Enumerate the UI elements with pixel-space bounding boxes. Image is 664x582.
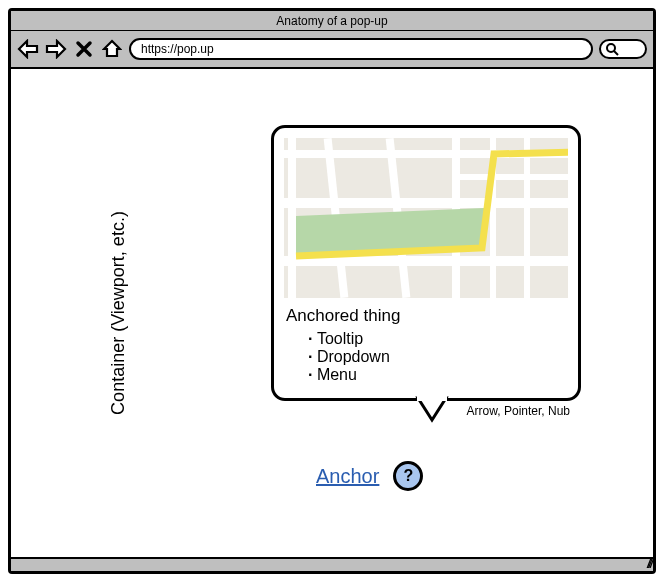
- svg-marker-14: [418, 398, 446, 420]
- map-illustration: [284, 138, 568, 298]
- url-input[interactable]: https://pop.up: [129, 38, 593, 60]
- svg-rect-11: [524, 138, 530, 298]
- popup-nub: [414, 396, 450, 422]
- back-icon[interactable]: [17, 38, 39, 60]
- svg-rect-6: [288, 138, 296, 298]
- help-glyph: ?: [403, 467, 413, 485]
- help-icon[interactable]: ?: [393, 461, 423, 491]
- window-title: Anatomy of a pop-up: [11, 11, 653, 31]
- svg-line-1: [614, 51, 618, 55]
- search-pill[interactable]: [599, 39, 647, 59]
- nub-label: Arrow, Pointer, Nub: [467, 404, 570, 418]
- home-icon[interactable]: [101, 38, 123, 60]
- status-bar: ///: [11, 557, 653, 571]
- list-item: Tooltip: [308, 330, 568, 348]
- browser-window: Anatomy of a pop-up https://pop.up Conta…: [8, 8, 656, 574]
- container-label: Container (Viewport, etc.): [108, 211, 129, 415]
- popup-list: Tooltip Dropdown Menu: [308, 330, 568, 384]
- stop-icon[interactable]: [73, 38, 95, 60]
- search-icon: [605, 42, 619, 56]
- anchor-link[interactable]: Anchor: [316, 465, 379, 488]
- resize-grip-icon[interactable]: ///: [647, 557, 651, 571]
- svg-point-0: [607, 44, 615, 52]
- window-title-text: Anatomy of a pop-up: [276, 14, 387, 28]
- popup-title: Anchored thing: [286, 306, 568, 326]
- list-item: Menu: [308, 366, 568, 384]
- anchor-row: Anchor ?: [316, 461, 423, 491]
- browser-toolbar: https://pop.up: [11, 31, 653, 69]
- svg-rect-12: [454, 174, 568, 180]
- popup: Anchored thing Tooltip Dropdown Menu Arr…: [271, 125, 581, 401]
- forward-icon[interactable]: [45, 38, 67, 60]
- svg-rect-15: [417, 396, 447, 401]
- viewport-container: Container (Viewport, etc.): [11, 69, 653, 557]
- url-text: https://pop.up: [141, 40, 214, 58]
- list-item: Dropdown: [308, 348, 568, 366]
